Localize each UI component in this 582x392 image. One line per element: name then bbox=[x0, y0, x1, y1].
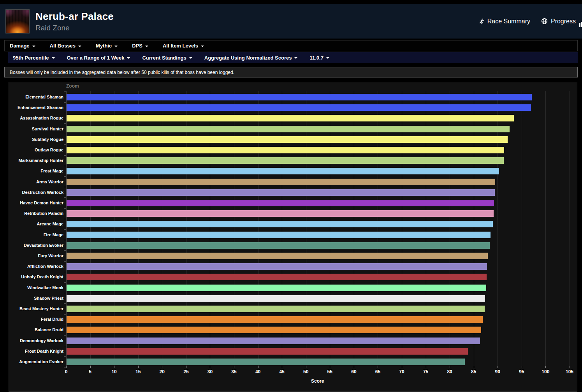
ylabel-feral-druid: Feral Druid bbox=[9, 316, 63, 323]
bar-feral-druid[interactable] bbox=[67, 316, 483, 323]
filter-11-0-7[interactable]: 11.0.7 bbox=[309, 55, 329, 61]
ylabel-havoc-demon-hunter: Havoc Demon Hunter bbox=[9, 200, 63, 206]
primary-filter-toolbar: DamageAll BossesMythicDPSAll Item Levels bbox=[4, 40, 578, 51]
x-axis-tickmark bbox=[114, 366, 114, 368]
filter-95th-percentile[interactable]: 95th Percentile bbox=[13, 55, 55, 61]
title-block: Nerub-ar Palace Raid Zone bbox=[35, 11, 114, 32]
bar-fire-mage[interactable] bbox=[67, 232, 491, 238]
bar-augmentation-evoker[interactable] bbox=[67, 359, 465, 365]
filter-dps[interactable]: DPS bbox=[132, 43, 148, 49]
bar-marksmanship-hunter[interactable] bbox=[67, 157, 504, 164]
chevron-down-icon bbox=[326, 57, 329, 59]
dropdown-label: Aggregate Using Normalized Scores bbox=[204, 55, 292, 61]
x-axis-tick-label: 30 bbox=[201, 369, 218, 374]
y-axis-tick bbox=[64, 229, 66, 230]
bar-arcane-mage[interactable] bbox=[67, 221, 493, 227]
y-axis-tick bbox=[64, 176, 66, 177]
ylabel-arcane-mage: Arcane Mage bbox=[9, 221, 63, 227]
bar-demonology-warlock[interactable] bbox=[67, 338, 480, 344]
bar-retribution-paladin[interactable] bbox=[67, 210, 494, 217]
y-axis-tick bbox=[64, 250, 66, 251]
y-axis-tick bbox=[64, 134, 66, 134]
dropdown-label: All Item Levels bbox=[163, 43, 198, 49]
ylabel-unholy-death-knight: Unholy Death Knight bbox=[9, 274, 63, 280]
runner-icon bbox=[478, 18, 484, 25]
bar-frost-death-knight[interactable] bbox=[67, 348, 468, 355]
y-axis-tick bbox=[64, 293, 66, 293]
x-axis-tickmark bbox=[66, 366, 67, 368]
bar-survival-hunter[interactable] bbox=[67, 126, 510, 132]
dropdown-label: Current Standings bbox=[142, 55, 186, 61]
bar-fury-warrior[interactable] bbox=[67, 253, 488, 259]
ylabel-marksmanship-hunter: Marksmanship Hunter bbox=[9, 157, 63, 164]
dropdown-label: Mythic bbox=[96, 43, 112, 49]
aggregation-notice-text: Bosses will only be included in the aggr… bbox=[10, 70, 234, 75]
gridline bbox=[522, 91, 522, 366]
bar-havoc-demon-hunter[interactable] bbox=[67, 200, 494, 206]
ylabel-affliction-warlock: Affliction Warlock bbox=[9, 263, 63, 270]
x-axis-tickmark bbox=[234, 366, 234, 368]
bar-subtlety-rogue[interactable] bbox=[67, 136, 508, 143]
page-header: Nerub-ar Palace Raid Zone Race Summary bbox=[0, 4, 582, 39]
x-axis-tick-label: 55 bbox=[321, 369, 338, 374]
y-axis-tick bbox=[64, 208, 66, 209]
bar-windwalker-monk[interactable] bbox=[67, 285, 486, 291]
x-axis-tick-label: 5 bbox=[82, 369, 99, 374]
x-axis-tickmark bbox=[210, 366, 210, 368]
x-axis-tick-label: 80 bbox=[441, 369, 458, 374]
chevron-down-icon bbox=[114, 46, 118, 47]
bar-outlaw-rogue[interactable] bbox=[67, 147, 504, 153]
y-axis-tick bbox=[64, 187, 66, 187]
y-axis-tick bbox=[64, 102, 66, 103]
x-axis-tick-label: 40 bbox=[250, 369, 267, 374]
x-axis-tick-label: 0 bbox=[58, 369, 75, 374]
x-axis-tickmark bbox=[474, 366, 474, 368]
x-axis-tickmark bbox=[306, 366, 306, 368]
gridline bbox=[570, 91, 570, 366]
bar-elemental-shaman[interactable] bbox=[67, 94, 532, 100]
y-axis-tick bbox=[64, 123, 66, 124]
filter-all-bosses[interactable]: All Bosses bbox=[50, 43, 81, 49]
chevron-down-icon bbox=[52, 57, 55, 59]
bar-arms-warrior[interactable] bbox=[67, 179, 495, 185]
bar-balance-druid[interactable] bbox=[67, 327, 481, 333]
bar-enhancement-shaman[interactable] bbox=[67, 104, 531, 111]
dropdown-label: Damage bbox=[10, 43, 30, 49]
ylabel-augmentation-evoker: Augmentation Evoker bbox=[9, 359, 63, 365]
y-axis-tick bbox=[64, 166, 66, 166]
filter-aggregate-using-normalized-scores[interactable]: Aggregate Using Normalized Scores bbox=[204, 55, 298, 61]
filter-mythic[interactable]: Mythic bbox=[96, 43, 118, 49]
bar-affliction-warlock[interactable] bbox=[67, 263, 487, 270]
progress-link[interactable]: Progress bbox=[541, 18, 576, 25]
clipped-chart-icon[interactable] bbox=[579, 21, 582, 27]
filter-all-item-levels[interactable]: All Item Levels bbox=[163, 43, 204, 49]
y-axis-tick bbox=[64, 335, 66, 336]
bar-frost-mage[interactable] bbox=[67, 168, 499, 174]
chevron-down-icon bbox=[201, 46, 204, 47]
filter-current-standings[interactable]: Current Standings bbox=[142, 55, 192, 61]
chevron-down-icon bbox=[294, 57, 297, 59]
filter-damage[interactable]: Damage bbox=[10, 43, 35, 49]
bar-devastation-evoker[interactable] bbox=[67, 242, 490, 249]
secondary-filter-toolbar: 95th PercentileOver a Range of 1 WeekCur… bbox=[8, 52, 578, 63]
race-summary-link[interactable]: Race Summary bbox=[478, 18, 530, 25]
x-axis-title: Score bbox=[311, 378, 324, 384]
dropdown-label: All Bosses bbox=[50, 43, 76, 49]
ylabel-assassination-rogue: Assassination Rogue bbox=[9, 115, 63, 121]
bar-shadow-priest[interactable] bbox=[67, 295, 485, 302]
y-axis-tick bbox=[64, 240, 66, 240]
bar-assassination-rogue[interactable] bbox=[67, 115, 514, 121]
page-title: Nerub-ar Palace bbox=[35, 11, 114, 23]
ylabel-frost-mage: Frost Mage bbox=[9, 168, 63, 174]
filter-over-a-range-of-1-week[interactable]: Over a Range of 1 Week bbox=[67, 55, 130, 61]
x-axis-tickmark bbox=[450, 366, 450, 368]
x-axis-tickmark bbox=[498, 366, 498, 368]
y-axis-tick bbox=[64, 113, 66, 113]
bar-unholy-death-knight[interactable] bbox=[67, 274, 487, 280]
chevron-down-icon bbox=[32, 46, 35, 47]
ylabel-arms-warrior: Arms Warrior bbox=[9, 179, 63, 185]
x-axis-tick-label: 25 bbox=[178, 369, 195, 374]
bar-destruction-warlock[interactable] bbox=[67, 189, 495, 196]
x-axis-tick-label: 70 bbox=[393, 369, 410, 374]
bar-beast-mastery-hunter[interactable] bbox=[67, 306, 485, 312]
